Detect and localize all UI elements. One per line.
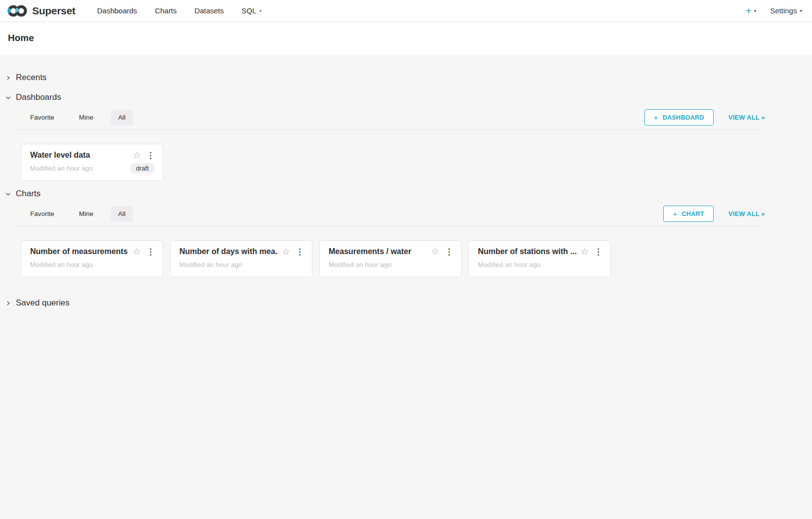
card-bottom: Modified an hour ago draft <box>30 163 155 173</box>
modified-text: Modified an hour ago <box>179 261 304 268</box>
chart-card-title[interactable]: Number of stations with ... <box>478 247 577 256</box>
section-title: Saved queries <box>16 298 70 308</box>
section-charts: Charts Favorite Mine All + CHART VIEW AL… <box>0 184 812 280</box>
card-top: Measurements / water ☆ ⋮ <box>329 247 453 256</box>
kebab-menu-icon[interactable]: ⋮ <box>146 151 155 160</box>
section-title: Dashboards <box>16 92 61 102</box>
favorite-star-icon[interactable]: ☆ <box>282 247 290 256</box>
modified-text: Modified an hour ago <box>329 261 453 268</box>
card-icons: ☆ ⋮ <box>581 247 602 256</box>
card-bottom: Modified an hour ago <box>30 260 155 270</box>
home-content: Recents Dashboards Favorite Mine All + D… <box>0 55 812 313</box>
plus-icon: + <box>654 114 658 121</box>
card-top: Number of days with mea... ☆ ⋮ <box>179 247 304 256</box>
card-bottom: Modified an hour ago <box>478 260 602 270</box>
main-nav: Dashboards Charts Datasets SQL ▾ <box>88 0 270 22</box>
page-header: Home <box>0 22 812 55</box>
nav-item-dashboards[interactable]: Dashboards <box>88 0 146 22</box>
settings-menu[interactable]: Settings ▾ <box>770 6 802 15</box>
card-top: Number of measurements ☆ ⋮ <box>30 247 155 256</box>
top-navbar: Superset Dashboards Charts Datasets SQL … <box>0 0 812 22</box>
dashboards-actions: + DASHBOARD VIEW ALL » <box>644 109 765 126</box>
charts-actions: + CHART VIEW ALL » <box>663 206 765 222</box>
charts-tabs: Favorite Mine All <box>23 206 133 221</box>
plus-icon: + <box>673 210 677 217</box>
add-chart-button[interactable]: + CHART <box>663 206 713 222</box>
modified-text: Modified an hour ago <box>30 165 130 172</box>
superset-logo-icon <box>7 4 28 18</box>
settings-label: Settings <box>770 6 797 15</box>
brand-name: Superset <box>32 5 75 17</box>
modified-text: Modified an hour ago <box>478 261 602 268</box>
chart-card[interactable]: Number of measurements ☆ ⋮ Modified an h… <box>21 240 163 277</box>
nav-item-label: Charts <box>155 6 176 15</box>
chevron-right-icon <box>5 300 11 306</box>
dashboard-card[interactable]: Water level data ☆ ⋮ Modified an hour ag… <box>21 144 163 181</box>
chevron-down-icon: ▾ <box>754 8 757 13</box>
section-toggle-dashboards[interactable]: Dashboards <box>0 87 812 107</box>
tab-mine[interactable]: Mine <box>72 206 101 221</box>
tab-favorite[interactable]: Favorite <box>23 110 62 125</box>
nav-item-charts[interactable]: Charts <box>146 0 185 22</box>
chart-card-title[interactable]: Measurements / water <box>329 247 427 256</box>
kebab-menu-icon[interactable]: ⋮ <box>594 248 602 256</box>
chevron-down-icon: ▾ <box>259 8 262 13</box>
chevron-down-icon: ▾ <box>800 8 802 13</box>
card-icons: ☆ ⋮ <box>133 151 155 160</box>
tab-favorite[interactable]: Favorite <box>23 206 62 221</box>
dashboards-controls: Favorite Mine All + DASHBOARD VIEW ALL » <box>23 109 765 126</box>
nav-item-label: Dashboards <box>97 6 137 15</box>
status-badge: draft <box>130 163 155 173</box>
chevron-down-icon <box>5 94 11 101</box>
dashboards-cards-row: Water level data ☆ ⋮ Modified an hour ag… <box>0 130 812 184</box>
modified-text: Modified an hour ago <box>30 261 155 268</box>
dashboard-card-title[interactable]: Water level data <box>30 151 129 160</box>
charts-cards-row: Number of measurements ☆ ⋮ Modified an h… <box>0 226 812 280</box>
nav-item-label: Datasets <box>195 6 224 15</box>
section-toggle-recents[interactable]: Recents <box>0 68 812 87</box>
favorite-star-icon[interactable]: ☆ <box>431 247 439 256</box>
card-top: Number of stations with ... ☆ ⋮ <box>478 247 602 256</box>
tab-all[interactable]: All <box>111 206 133 221</box>
section-toggle-saved-queries[interactable]: Saved queries <box>0 293 812 313</box>
dashboards-tabs: Favorite Mine All <box>23 110 133 125</box>
card-top: Water level data ☆ ⋮ <box>30 151 155 160</box>
chart-card-title[interactable]: Number of days with mea... <box>179 247 278 256</box>
view-all-charts-link[interactable]: VIEW ALL » <box>728 210 765 217</box>
tab-all[interactable]: All <box>111 110 133 125</box>
chart-card[interactable]: Number of days with mea... ☆ ⋮ Modified … <box>170 240 312 277</box>
card-icons: ☆ ⋮ <box>133 247 155 256</box>
new-item-menu[interactable]: + ▾ <box>746 6 756 16</box>
chevron-right-icon <box>5 75 11 81</box>
view-all-dashboards-link[interactable]: VIEW ALL » <box>728 114 765 121</box>
add-dashboard-button[interactable]: + DASHBOARD <box>644 109 714 126</box>
section-title: Charts <box>16 189 41 199</box>
kebab-menu-icon[interactable]: ⋮ <box>296 248 304 256</box>
favorite-star-icon[interactable]: ☆ <box>581 247 589 256</box>
section-dashboards: Dashboards Favorite Mine All + DASHBOARD… <box>0 87 812 184</box>
navbar-right: + ▾ Settings ▾ <box>746 6 812 16</box>
charts-controls: Favorite Mine All + CHART VIEW ALL » <box>23 206 765 222</box>
nav-item-sql[interactable]: SQL ▾ <box>233 0 271 22</box>
chart-card[interactable]: Number of stations with ... ☆ ⋮ Modified… <box>469 240 611 277</box>
card-icons: ☆ ⋮ <box>431 247 453 256</box>
kebab-menu-icon[interactable]: ⋮ <box>445 248 453 256</box>
favorite-star-icon[interactable]: ☆ <box>133 247 141 256</box>
nav-item-datasets[interactable]: Datasets <box>186 0 233 22</box>
add-dashboard-label: DASHBOARD <box>663 114 704 121</box>
kebab-menu-icon[interactable]: ⋮ <box>146 248 155 256</box>
card-icons: ☆ ⋮ <box>282 247 304 256</box>
card-bottom: Modified an hour ago <box>179 260 304 270</box>
favorite-star-icon[interactable]: ☆ <box>133 151 141 160</box>
nav-item-label: SQL <box>242 6 256 15</box>
tab-mine[interactable]: Mine <box>72 110 101 125</box>
add-chart-label: CHART <box>682 211 704 217</box>
card-bottom: Modified an hour ago <box>329 260 453 270</box>
section-title: Recents <box>16 73 46 83</box>
chart-card[interactable]: Measurements / water ☆ ⋮ Modified an hou… <box>319 240 462 277</box>
superset-brand[interactable]: Superset <box>7 4 75 18</box>
plus-icon: + <box>746 6 752 16</box>
chart-card-title[interactable]: Number of measurements <box>30 247 129 256</box>
chevron-down-icon <box>5 191 11 197</box>
section-toggle-charts[interactable]: Charts <box>0 184 812 204</box>
